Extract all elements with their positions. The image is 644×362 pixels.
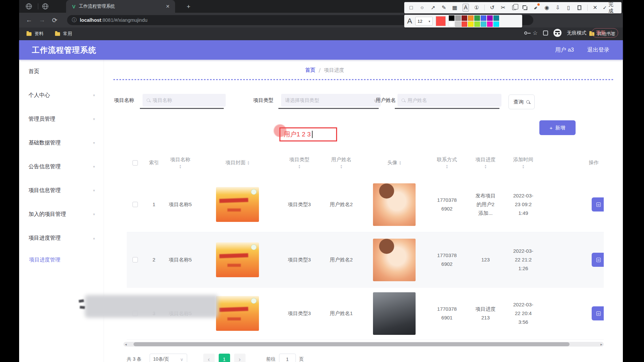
color-swatch[interactable] — [449, 15, 454, 21]
sidebar-item-joined-projects[interactable]: 加入的项目管理▾ — [19, 202, 104, 226]
rectangle-tool-icon[interactable]: □ — [408, 4, 415, 12]
col-header-progress[interactable]: 项目进度 — [468, 148, 503, 177]
device-icon[interactable]: ▯ — [565, 4, 572, 12]
project-name-input[interactable]: 项目名称 — [143, 94, 226, 107]
sidebar-item-project-progress[interactable]: 项目进度管理▴ — [19, 226, 104, 250]
color-swatch[interactable] — [449, 21, 454, 27]
col-header-phone[interactable]: 联系方式 — [426, 148, 468, 177]
search-button[interactable]: 查询 — [508, 95, 535, 109]
new-tab-button[interactable]: + — [184, 2, 193, 11]
cancel-icon[interactable]: ✕ — [592, 4, 598, 12]
browser-tab[interactable]: V 工作流程管理系统 ✕ — [66, 0, 175, 13]
sidebar-item-personal-center[interactable]: 个人中心▾ — [19, 83, 104, 107]
breadcrumb-home[interactable]: 首页 — [305, 67, 315, 73]
user-name-input[interactable]: 用户姓名 — [397, 94, 501, 107]
copy-icon[interactable] — [511, 4, 518, 12]
color-swatch[interactable] — [493, 15, 499, 21]
sidebar-item-home[interactable]: 首页 — [19, 60, 104, 83]
sort-icon[interactable] — [523, 164, 524, 169]
project-type-select[interactable]: 请选择项目类型 ∨ — [281, 94, 381, 107]
scroll-right-icon[interactable]: ▸ — [599, 342, 604, 347]
ellipse-tool-icon[interactable]: ○ — [419, 4, 426, 12]
color-swatch[interactable] — [474, 15, 480, 21]
sort-icon[interactable] — [248, 161, 249, 165]
col-header-type[interactable]: 项目类型 — [278, 148, 320, 177]
add-button[interactable]: + 新增 — [539, 120, 576, 135]
download-icon[interactable]: ⇩ — [554, 4, 561, 12]
page-size-select[interactable]: 10条/页 ∨ — [150, 354, 187, 362]
col-header-avatar[interactable]: 头像 — [362, 148, 426, 177]
tab-close-icon[interactable]: ✕ — [164, 3, 171, 10]
reload-button[interactable]: ⟳ — [52, 16, 57, 24]
scroll-left-icon[interactable]: ◂ — [123, 342, 128, 347]
col-header-time[interactable]: 添加时间 — [503, 148, 543, 177]
color-swatch[interactable] — [487, 15, 493, 21]
row-checkbox[interactable] — [132, 257, 138, 262]
undo-icon[interactable]: ↺ — [489, 4, 496, 12]
current-color-swatch[interactable] — [436, 16, 446, 26]
arrow-tool-icon[interactable]: ↗ — [430, 4, 436, 12]
font-size-select[interactable]: 12 ▾ — [415, 17, 433, 25]
sort-icon[interactable] — [485, 164, 486, 169]
bookmark-tool-icon[interactable] — [576, 4, 583, 12]
color-swatch[interactable] — [455, 15, 461, 21]
prev-page-button[interactable]: ‹ — [203, 354, 215, 362]
site-info-icon[interactable]: ⓘ — [72, 17, 76, 23]
scrollbar-thumb[interactable] — [133, 342, 570, 346]
sidebar-item-announcement[interactable]: 公告信息管理▾ — [19, 155, 104, 179]
goto-page-input[interactable] — [279, 354, 296, 362]
update-chrome-button[interactable]: 更新 ⋮ — [592, 28, 618, 38]
sort-icon[interactable] — [446, 164, 448, 169]
detail-button[interactable]: 详情 — [592, 197, 604, 212]
back-button[interactable]: ← — [26, 16, 32, 24]
row-checkbox[interactable] — [132, 202, 138, 207]
color-swatch[interactable] — [468, 21, 474, 27]
detail-button[interactable]: 详情 — [592, 306, 604, 320]
sidebar-item-base-data[interactable]: 基础数据管理▾ — [19, 131, 104, 155]
color-swatch[interactable] — [487, 21, 493, 27]
side-panel-icon[interactable] — [543, 31, 548, 36]
done-button[interactable]: ✓ 完成 — [603, 1, 618, 14]
mosaic-tool-icon[interactable]: ▦ — [451, 4, 458, 12]
color-swatch[interactable] — [462, 15, 467, 21]
sort-icon[interactable] — [399, 161, 401, 165]
color-swatch[interactable] — [481, 21, 486, 27]
password-manager-icon[interactable] — [524, 32, 527, 35]
pen-tool-icon[interactable]: ✎ — [441, 4, 447, 12]
user-label[interactable]: 用户 a3 — [555, 46, 574, 54]
color-swatch[interactable] — [481, 15, 486, 21]
browser-menu-icon[interactable]: ⋮ — [609, 30, 614, 36]
color-swatch[interactable] — [493, 21, 499, 27]
sort-icon[interactable] — [179, 164, 181, 169]
bookmark-folder-changyong[interactable]: 常用 — [55, 31, 72, 37]
step-number-tool-icon[interactable]: ① — [473, 4, 480, 12]
sidebar-item-admin-management[interactable]: 管理员管理▾ — [19, 107, 104, 131]
next-page-button[interactable]: › — [234, 354, 246, 362]
color-swatch[interactable] — [474, 21, 480, 27]
col-header-user[interactable]: 用户姓名 — [320, 148, 362, 177]
sort-icon[interactable] — [299, 164, 300, 169]
col-header-name[interactable]: 项目名称 — [164, 148, 196, 177]
col-header-cover[interactable]: 项目封面 — [196, 148, 278, 177]
record-icon[interactable]: ◉ — [543, 4, 550, 12]
color-swatch[interactable] — [462, 21, 467, 27]
incognito-avatar-icon[interactable] — [553, 29, 561, 37]
color-swatch[interactable] — [468, 15, 474, 21]
color-swatch[interactable] — [455, 21, 461, 27]
sidebar-subitem-project-progress[interactable]: 项目进度管理 — [19, 250, 104, 269]
text-tool-icon[interactable]: A — [463, 4, 469, 12]
sidebar-item-project-info[interactable]: 项目信息管理▾ — [19, 179, 104, 202]
bookmark-folder-ziliao[interactable]: 资料 — [26, 31, 44, 37]
logout-link[interactable]: 退出登录 — [587, 46, 609, 54]
select-all-checkbox[interactable] — [132, 160, 138, 166]
page-number-active[interactable]: 1 — [219, 354, 230, 362]
detail-button[interactable]: 详情 — [592, 253, 604, 267]
window-switcher-2[interactable] — [41, 2, 50, 11]
horizontal-scrollbar[interactable]: ◂ ▸ — [123, 342, 604, 347]
forward-button[interactable]: → — [39, 16, 45, 24]
cut-icon[interactable]: ✂ — [500, 4, 506, 12]
col-header-index[interactable]: 索引 — [144, 148, 164, 177]
crop-fullscreen-icon[interactable] — [522, 4, 528, 12]
sort-icon[interactable] — [340, 164, 342, 169]
pin-icon[interactable]: ✒ — [533, 4, 539, 12]
